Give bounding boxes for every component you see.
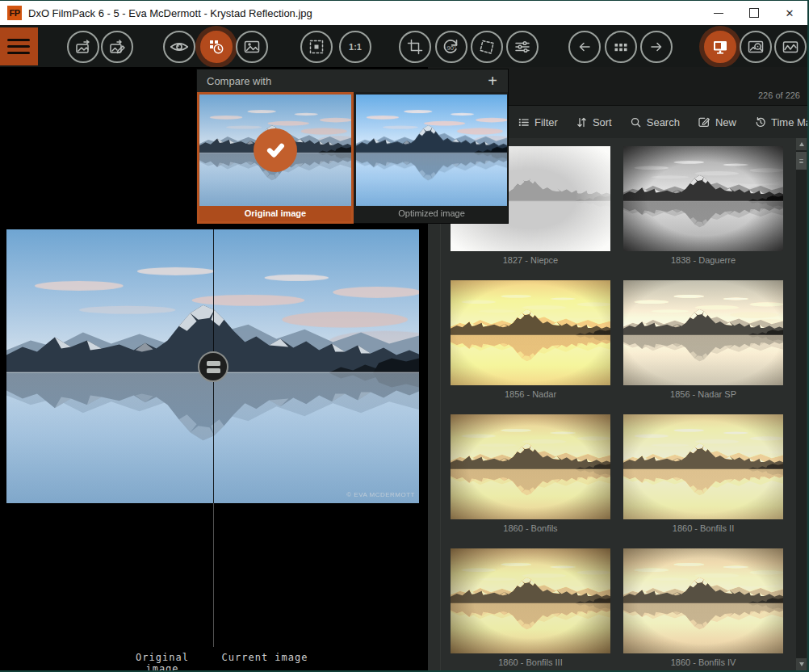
- marquee-select-button[interactable]: [300, 31, 333, 63]
- vignette-overlay: [623, 414, 783, 519]
- compare-option-label: Optimized image: [356, 206, 507, 221]
- minimize-button[interactable]: [701, 1, 736, 25]
- viewer-left-label: Original image: [118, 652, 207, 672]
- image-only-button[interactable]: [236, 31, 268, 63]
- compare-thumbnail: [356, 94, 507, 206]
- compare-option-optimized[interactable]: Optimized image: [354, 92, 509, 224]
- preset-thumbnail: [451, 280, 610, 385]
- preset-card[interactable]: 1860 - Bonfils II: [623, 414, 783, 533]
- search-button[interactable]: Search: [630, 116, 680, 128]
- preset-label: 1860 - Bonfils II: [623, 523, 783, 533]
- compare-with-button[interactable]: [200, 31, 233, 63]
- grid-icon: [611, 37, 631, 57]
- new-preset-icon: [698, 116, 710, 128]
- rotate-90-icon: 90°: [441, 36, 462, 57]
- window-title: DxO FilmPack 6 - 5 - Eva McDermott - Kry…: [28, 7, 312, 19]
- crop-button[interactable]: [399, 31, 431, 63]
- preset-thumbnail: [451, 548, 610, 653]
- preset-thumbnail: [623, 280, 783, 385]
- zoom-1-1-button[interactable]: 1:1: [339, 31, 371, 63]
- preset-label: 1860 - Bonfils IV: [623, 657, 783, 667]
- time-machine-icon: [754, 116, 766, 128]
- preset-label: 1856 - Nadar SP: [623, 389, 783, 399]
- vignette-overlay: [451, 280, 610, 385]
- preset-label: 1860 - Bonfils III: [451, 657, 610, 667]
- arrow-left-icon: [575, 37, 594, 57]
- window-controls: ✕: [701, 1, 807, 25]
- sort-button[interactable]: Sort: [576, 116, 612, 128]
- fine-tune-button[interactable]: [506, 31, 539, 63]
- preset-label: 1827 - Niepce: [451, 255, 610, 265]
- selected-check-icon: [254, 128, 297, 172]
- compare-panel-body: Original image Optimized image: [197, 92, 508, 224]
- minimize-icon: [714, 13, 723, 14]
- next-image-button[interactable]: [640, 31, 673, 63]
- zoom-1-1-label: 1:1: [349, 42, 362, 52]
- rotate-90-button[interactable]: 90°: [435, 31, 467, 63]
- hamburger-icon: [7, 39, 30, 41]
- export-image-button[interactable]: [67, 31, 99, 63]
- preset-count: 226 of 226: [758, 90, 800, 100]
- compare-divider-extension: [213, 503, 214, 647]
- compare-with-panel: Compare with + Original image Optimized …: [196, 69, 509, 224]
- preset-thumbnail: [623, 414, 783, 519]
- preset-label: 1860 - Bonfils: [451, 523, 610, 533]
- new-preset-button[interactable]: New: [698, 116, 736, 128]
- maximize-button[interactable]: [736, 1, 772, 25]
- app-window: FP DxO FilmPack 6 - 5 - Eva McDermott - …: [0, 0, 809, 672]
- preset-card[interactable]: 1856 - Nadar SP: [623, 280, 783, 399]
- add-comparison-button[interactable]: +: [484, 72, 501, 90]
- preset-thumbnail: [623, 146, 783, 251]
- preset-card[interactable]: 1860 - Bonfils III: [451, 548, 610, 667]
- preset-card[interactable]: 1838 - Daguerre: [623, 146, 783, 265]
- preset-label: 1856 - Nadar: [451, 389, 610, 399]
- compare-panel-header: Compare with +: [197, 69, 508, 92]
- preset-scrollbar[interactable]: [796, 138, 807, 670]
- preset-card[interactable]: 1856 - Nadar: [451, 280, 610, 399]
- scroll-up-button[interactable]: [796, 138, 807, 150]
- preset-thumbnail: [451, 414, 610, 519]
- compare-clock-icon: [207, 37, 226, 57]
- vignette-overlay: [451, 548, 610, 653]
- preset-card[interactable]: 1860 - Bonfils: [451, 414, 610, 533]
- histogram-button[interactable]: [774, 31, 807, 63]
- display-mode-button[interactable]: [704, 31, 736, 63]
- sliders-icon: [513, 37, 532, 57]
- crop-icon: [405, 37, 425, 57]
- export-edit-icon: [107, 37, 127, 57]
- preview-toggle-button[interactable]: [163, 31, 195, 63]
- eye-icon: [169, 36, 190, 57]
- compare-slider-handle[interactable]: [198, 351, 228, 382]
- scroll-down-button[interactable]: [796, 658, 807, 670]
- image-icon: [242, 37, 262, 57]
- preset-card[interactable]: 1860 - Bonfils IV: [623, 548, 783, 667]
- titlebar: FP DxO FilmPack 6 - 5 - Eva McDermott - …: [0, 1, 807, 25]
- compare-option-original[interactable]: Original image: [197, 92, 354, 224]
- thumbnail-grid-button[interactable]: [605, 31, 637, 63]
- menu-button[interactable]: [0, 27, 38, 65]
- marquee-icon: [307, 37, 326, 57]
- vignette-overlay: [623, 146, 783, 251]
- monitor-icon: [710, 37, 730, 57]
- export-edit-button[interactable]: [101, 31, 133, 63]
- search-icon: [630, 116, 642, 128]
- app-icon: FP: [7, 6, 22, 20]
- filter-button[interactable]: Filter: [518, 116, 558, 128]
- scroll-thumb[interactable]: [796, 152, 807, 170]
- viewer-right-label: Current image: [218, 652, 312, 663]
- image-search-icon: [746, 37, 765, 57]
- perspective-button[interactable]: [471, 31, 503, 63]
- sort-arrows-icon: [576, 116, 588, 128]
- vignette-overlay: [451, 414, 610, 519]
- histogram-icon: [781, 37, 800, 57]
- scroll-up-icon: [799, 142, 804, 146]
- vignette-overlay: [623, 280, 783, 385]
- arrow-right-icon: [647, 37, 666, 57]
- svg-text:90°: 90°: [447, 44, 456, 52]
- close-icon: ✕: [786, 7, 794, 19]
- loupe-view-button[interactable]: [740, 31, 772, 63]
- vignette-overlay: [623, 548, 783, 653]
- time-machine-button[interactable]: Time Machine: [754, 116, 809, 128]
- previous-image-button[interactable]: [568, 31, 601, 63]
- close-button[interactable]: ✕: [772, 1, 807, 25]
